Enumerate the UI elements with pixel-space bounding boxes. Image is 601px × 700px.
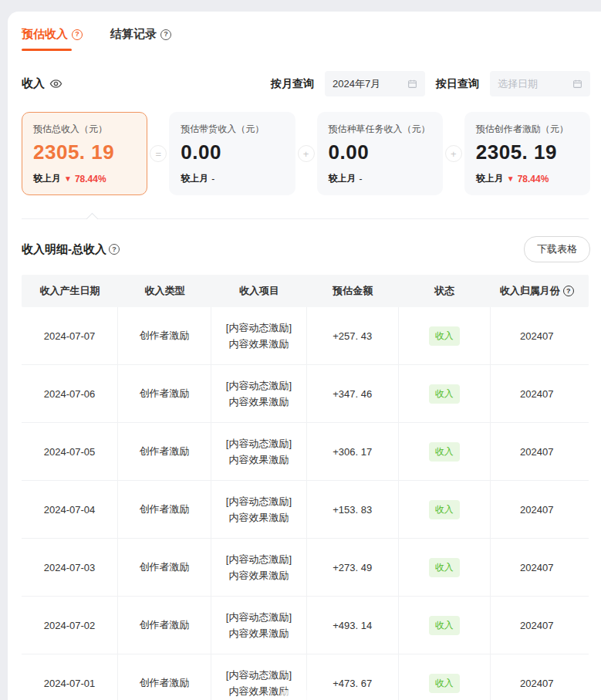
detail-section-head: 收入明细-总收入 ? 下载表格 [22, 236, 590, 262]
selected-card-caret [86, 213, 99, 225]
tab-estimated-income[interactable]: 预估收入 ? [22, 27, 83, 51]
cell-status: 收入 [399, 365, 491, 422]
cell-amount: +473. 67 [307, 654, 399, 700]
card-value: 2305. 19 [476, 140, 579, 164]
cell-month: 202407 [491, 365, 583, 422]
month-picker-input[interactable]: 2024年7月 [325, 71, 425, 96]
project-line-2: 内容效果激励 [228, 509, 289, 526]
cell-date: 2024-07-03 [22, 539, 118, 596]
day-query-label: 按日查询 [436, 77, 479, 91]
income-label: 收入 [22, 76, 45, 91]
down-triangle-icon: ▼ [507, 174, 515, 183]
compare-label: 较上月 [329, 172, 356, 185]
cell-project: [内容动态激励] 内容效果激励 [211, 423, 306, 480]
project-line-2: 内容效果激励 [228, 625, 289, 641]
col-header-date: 收入产生日期 [22, 275, 118, 307]
help-icon[interactable]: ? [72, 29, 83, 40]
cell-month: 202407 [491, 654, 583, 700]
status-badge: 收入 [429, 558, 460, 577]
cell-status: 收入 [399, 481, 491, 538]
calendar-icon [572, 79, 582, 89]
project-line-2: 内容效果激励 [228, 683, 289, 699]
cell-month: 202407 [491, 597, 583, 654]
cell-status: 收入 [399, 423, 491, 480]
col-header-month-text: 收入归属月份 [500, 284, 560, 298]
cell-status: 收入 [399, 654, 491, 700]
help-icon[interactable]: ? [109, 244, 120, 255]
cell-date: 2024-07-07 [22, 307, 118, 364]
operator-slot: + [295, 112, 317, 195]
detail-section-title: 收入明细-总收入 ? [22, 242, 120, 257]
card-compare: 较上月 ▼ 78.44% [476, 172, 579, 185]
cell-status: 收入 [399, 597, 491, 654]
card-creator-incentive[interactable]: 预估创作者激励（元） 2305. 19 较上月 ▼ 78.44% [464, 112, 590, 195]
project-line-2: 内容效果激励 [228, 451, 289, 468]
calendar-icon [407, 79, 417, 89]
day-picker-placeholder: 选择日期 [498, 77, 572, 91]
income-section-title: 收入 [22, 76, 62, 91]
cell-project: [内容动态激励] 内容效果激励 [211, 539, 306, 596]
cell-project: [内容动态激励] 内容效果激励 [211, 481, 306, 538]
compare-label: 较上月 [33, 172, 61, 185]
card-seeding-task-income[interactable]: 预估种草任务收入（元） 0.00 较上月 - [317, 112, 443, 195]
tab-bar: 预估收入 ? 结算记录 ? [22, 24, 590, 51]
table-row: 2024-07-05 创作者激励 [内容动态激励] 内容效果激励 +306. 1… [22, 423, 589, 481]
day-picker-input[interactable]: 选择日期 [490, 71, 590, 96]
card-goods-income[interactable]: 预估带货收入（元） 0.00 较上月 - [169, 112, 295, 195]
cell-amount: +493. 14 [307, 597, 399, 654]
compare-value: 78.44% [518, 174, 549, 184]
cell-amount: +306. 17 [307, 423, 399, 480]
cell-project: [内容动态激励] 内容效果激励 [211, 597, 306, 654]
card-label: 预估带货收入（元） [181, 123, 283, 136]
table-header-row: 收入产生日期 收入类型 收入项目 预估金额 状态 收入归属月份 ? [22, 275, 589, 307]
cell-project: [内容动态激励] 内容效果激励 [211, 307, 306, 364]
main-panel: 预估收入 ? 结算记录 ? 收入 按月查询 2024年7月 按日查询 选择日 [8, 12, 601, 700]
detail-title-text: 收入明细-总收入 [22, 242, 106, 257]
status-badge: 收入 [429, 674, 460, 693]
compare-value: 78.44% [75, 174, 106, 184]
project-line-1: [内容动态激励] [226, 609, 292, 625]
date-filters: 按月查询 2024年7月 按日查询 选择日期 [271, 71, 590, 96]
table-row: 2024-07-02 创作者激励 [内容动态激励] 内容效果激励 +493. 1… [22, 597, 589, 654]
cell-month: 202407 [491, 539, 583, 596]
download-table-button[interactable]: 下载表格 [524, 236, 590, 262]
plus-icon: + [298, 145, 315, 162]
card-label: 预估种草任务收入（元） [329, 123, 431, 136]
col-header-project: 收入项目 [211, 275, 306, 307]
card-value: 0.00 [329, 140, 431, 164]
project-line-1: [内容动态激励] [226, 320, 292, 336]
help-icon[interactable]: ? [563, 286, 574, 296]
cell-amount: +347. 46 [307, 365, 399, 422]
col-header-status: 状态 [399, 275, 491, 307]
compare-value: - [360, 174, 363, 184]
cell-date: 2024-07-06 [22, 365, 118, 422]
cell-project: [内容动态激励] 内容效果激励 [211, 365, 306, 422]
help-icon[interactable]: ? [160, 29, 171, 40]
tab-settlement-records[interactable]: 结算记录 ? [110, 27, 171, 51]
project-line-1: [内容动态激励] [226, 667, 292, 683]
card-total-income[interactable]: 预估总收入（元） 2305. 19 较上月 ▼ 78.44% [22, 112, 147, 195]
operator-slot: + [443, 112, 464, 195]
cell-date: 2024-07-01 [22, 654, 118, 700]
table-row: 2024-07-03 创作者激励 [内容动态激励] 内容效果激励 +273. 4… [22, 539, 589, 597]
project-line-1: [内容动态激励] [226, 493, 292, 509]
cell-type: 创作者激励 [118, 365, 211, 422]
cell-type: 创作者激励 [118, 539, 211, 596]
section-divider [22, 218, 589, 219]
cell-type: 创作者激励 [118, 597, 211, 654]
status-badge: 收入 [429, 384, 460, 404]
eye-visibility-icon[interactable] [49, 77, 62, 90]
cell-date: 2024-07-05 [22, 423, 118, 480]
table-row: 2024-07-04 创作者激励 [内容动态激励] 内容效果激励 +153. 8… [22, 481, 589, 539]
compare-value: - [211, 174, 214, 184]
project-line-2: 内容效果激励 [228, 394, 289, 410]
card-compare: 较上月 - [329, 172, 431, 185]
cell-month: 202407 [491, 307, 583, 364]
project-line-1: [内容动态激励] [226, 435, 292, 451]
cell-type: 创作者激励 [118, 307, 211, 364]
project-line-1: [内容动态激励] [226, 377, 292, 394]
cell-amount: +257. 43 [307, 307, 399, 364]
cell-type: 创作者激励 [118, 654, 211, 700]
card-label: 预估创作者激励（元） [476, 123, 579, 136]
cell-month: 202407 [491, 423, 583, 480]
